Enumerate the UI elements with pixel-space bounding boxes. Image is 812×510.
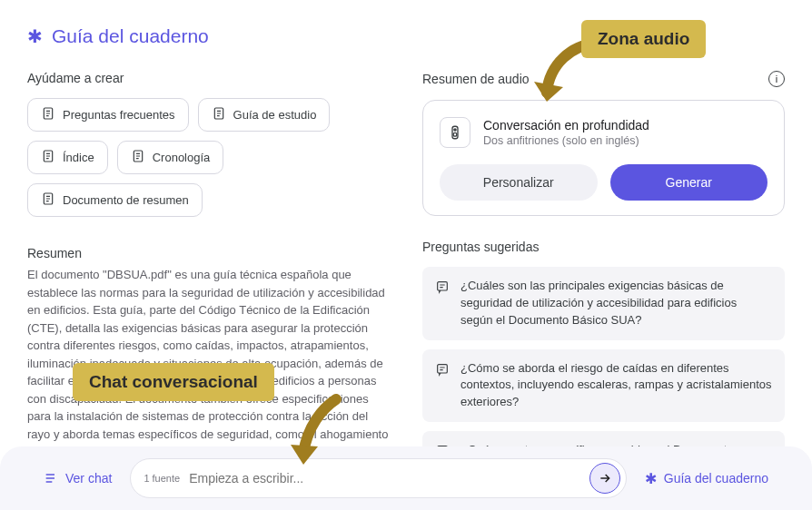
chip-index[interactable]: Índice: [27, 141, 108, 174]
chip-label: Índice: [63, 151, 94, 164]
chat-bubble-icon: [435, 278, 450, 329]
chip-label: Preguntas frecuentes: [63, 108, 175, 122]
page-title-row: ✱ Guía del cuaderno: [27, 25, 785, 47]
summary-text: El documento "DBSUA.pdf" es una guía téc…: [27, 266, 390, 461]
view-chat-label: Ver chat: [65, 471, 112, 485]
suggested-question-text: ¿Cuáles son las principales exigencias b…: [460, 278, 772, 329]
chat-input-wrap: 1 fuente: [130, 458, 626, 498]
view-chat-button[interactable]: Ver chat: [44, 471, 112, 485]
chip-timeline[interactable]: Cronología: [117, 141, 224, 174]
svg-rect-9: [438, 364, 448, 372]
chip-study-guide[interactable]: Guía de estudio: [198, 98, 331, 132]
document-icon: [41, 106, 55, 123]
suggested-section-label: Preguntas sugeridas: [422, 240, 785, 254]
chip-label: Cronología: [153, 151, 211, 164]
create-chip-group: Preguntas frecuentesGuía de estudioÍndic…: [27, 98, 390, 217]
svg-rect-8: [438, 282, 448, 290]
sparkle-icon: ✱: [27, 25, 43, 47]
create-section-label: Ayúdame a crear: [27, 71, 390, 85]
notebook-guide-label: Guía del cuaderno: [664, 471, 768, 485]
chip-label: Documento de resumen: [63, 193, 189, 207]
notebook-guide-button[interactable]: ✱ Guía del cuaderno: [645, 470, 768, 487]
generate-button[interactable]: Generar: [610, 164, 768, 201]
chip-summary-doc[interactable]: Documento de resumen: [27, 183, 203, 217]
audio-card: Conversación en profundidad Dos anfitrio…: [422, 100, 785, 216]
audio-section-label: Resumen de audio: [422, 72, 530, 86]
bottom-bar: Ver chat 1 fuente ✱ Guía del cuaderno: [0, 446, 812, 510]
suggested-question[interactable]: ¿Cuáles son las principales exigencias b…: [422, 267, 785, 340]
chat-bubble-icon: [435, 360, 450, 412]
audio-title: Conversación en profundidad: [483, 118, 649, 132]
summary-heading: Resumen: [27, 246, 390, 260]
sparkle-small-icon: ✱: [645, 470, 657, 487]
suggested-question-text: ¿Cómo se aborda el riesgo de caídas en d…: [460, 360, 772, 412]
chat-input[interactable]: [189, 471, 580, 485]
audio-subtitle: Dos anfitriones (solo en inglés): [483, 134, 649, 147]
info-icon[interactable]: i: [768, 71, 785, 87]
document-icon: [41, 149, 55, 166]
document-icon: [212, 106, 226, 123]
svg-point-6: [454, 129, 456, 131]
svg-point-7: [453, 132, 457, 136]
personalize-button[interactable]: Personalizar: [440, 164, 598, 201]
suggested-question[interactable]: ¿Cómo se aborda el riesgo de caídas en d…: [422, 349, 785, 423]
send-button[interactable]: [589, 463, 620, 494]
chip-faq[interactable]: Preguntas frecuentes: [27, 98, 189, 132]
speaker-icon: [440, 117, 470, 148]
chip-label: Guía de estudio: [233, 108, 317, 122]
document-icon: [41, 191, 55, 209]
document-icon: [131, 149, 145, 166]
page-title: Guía del cuaderno: [52, 25, 209, 47]
sources-count: 1 fuente: [144, 473, 180, 484]
